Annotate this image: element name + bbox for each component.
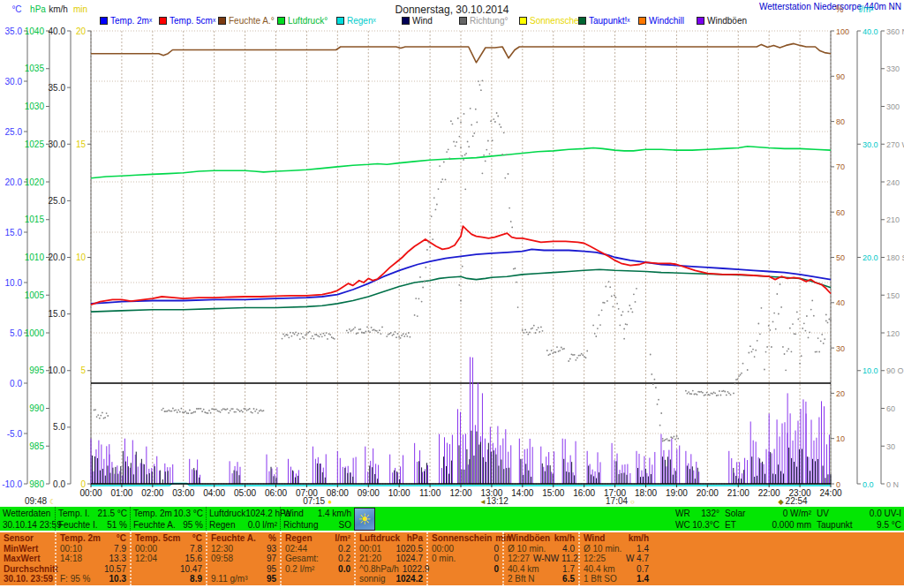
status-label: Taupunkt <box>817 519 853 531</box>
legend-swatch-sonnenschein-icon <box>519 17 527 25</box>
stats-col-sonnenschein: Sonnenscheinmin00:0000 min.00 <box>426 532 502 585</box>
series-dot-Richtung <box>539 331 540 333</box>
stats-col-feuchte-a-: Feuchte A.%12:309309:5897959.11 g/m³95 <box>206 532 280 585</box>
series-dot-Richtung <box>672 437 674 439</box>
series-dot-Richtung <box>792 323 794 325</box>
series-dot-Richtung <box>486 149 487 151</box>
stats-col-unit: km/h <box>629 533 649 544</box>
stats-row-label: 30.10. 23:59 <box>4 574 53 584</box>
stats-cell-label: 12:27 <box>508 554 530 564</box>
series-dot-Richtung <box>823 343 825 344</box>
legend-item-temp-5cm[interactable]: Temp. 5cmˣ <box>159 16 215 26</box>
series-dot-Richtung <box>662 438 664 440</box>
series-dot-Richtung <box>200 408 202 410</box>
series-dot-Richtung <box>751 351 753 353</box>
axis-tick-label-pressure-hpa: 980 <box>29 479 44 489</box>
series-dot-Richtung <box>250 411 252 413</box>
series-dot-Richtung <box>475 109 477 110</box>
stats-col-unit: % <box>268 533 276 544</box>
series-dot-Richtung <box>471 124 472 126</box>
axis-tick-label-pressure-hpa: 1025 <box>25 139 45 149</box>
series-dot-Richtung <box>214 409 215 411</box>
series-dot-Richtung <box>531 328 533 329</box>
legend-item-sonnenschein[interactable]: Sonnenschein <box>519 16 585 26</box>
status-cell-3: Luftdruck1024.2 hPaRegen0.0 l/m² <box>206 507 280 531</box>
legend-item-wind[interactable]: Wind <box>402 16 433 26</box>
series-dot-Richtung <box>316 334 318 335</box>
series-dot-Richtung <box>443 162 445 163</box>
series-dot-Richtung <box>227 408 229 410</box>
legend-item-regen[interactable]: Regenˣ <box>336 16 376 26</box>
axis-tick-label-humidity-pct: 80 <box>836 117 845 126</box>
series-dot-Richtung <box>220 411 222 413</box>
status-label: Wind <box>283 508 304 519</box>
series-dot-Richtung <box>687 393 689 395</box>
series-dot-Richtung <box>659 425 661 426</box>
series-dot-Richtung <box>237 410 239 411</box>
series-dot-Richtung <box>304 337 305 339</box>
stats-cell-value: 95 <box>267 574 276 584</box>
series-dot-Richtung <box>390 332 392 334</box>
stats-col-unit: °C <box>117 533 126 544</box>
series-dot-Richtung <box>189 410 191 411</box>
series-dot-Richtung <box>419 276 421 278</box>
series-dot-Richtung <box>472 135 474 137</box>
series-dot-Richtung <box>630 308 632 310</box>
series-dot-Richtung <box>633 293 635 295</box>
series-dot-Richtung <box>354 327 356 328</box>
series-dot-Richtung <box>458 284 460 286</box>
stats-cell-value: 6.5 <box>562 574 575 584</box>
stats-cell-label: 00:01 <box>359 544 381 554</box>
series-dot-Richtung <box>460 300 462 302</box>
stats-cell-label: 21:20 <box>359 554 381 564</box>
series-dot-Richtung <box>380 333 382 335</box>
series-dot-Richtung <box>578 355 580 357</box>
legend-item-luftdruck[interactable]: Luftdruck° <box>277 16 328 26</box>
series-dot-Richtung <box>540 327 542 328</box>
series-dot-Richtung <box>713 392 715 394</box>
legend-item-taupunkt[interactable]: Taupunkt!ˣ <box>578 16 630 26</box>
series-dot-Richtung <box>356 333 358 335</box>
series-dot-Richtung <box>174 410 176 411</box>
series-dot-Richtung <box>558 351 560 352</box>
series-dot-Richtung <box>418 298 420 299</box>
series-dot-Richtung <box>563 348 565 350</box>
series-dot-Richtung <box>439 165 441 167</box>
legend-item-windchill[interactable]: Windchill <box>638 16 684 26</box>
series-dot-Richtung <box>717 395 719 396</box>
axis-tick-label-direction-deg: 30 <box>886 442 895 451</box>
status-label: Solar <box>725 508 745 519</box>
axis-tick-label-humidity-pct: 90 <box>836 72 845 81</box>
series-dot-Richtung <box>282 338 283 340</box>
series-dot-Richtung <box>533 325 535 327</box>
series-dot-Richtung <box>806 315 808 317</box>
series-dot-Richtung <box>371 327 373 328</box>
series-dot-Richtung <box>761 307 763 309</box>
series-dot-Richtung <box>778 313 780 315</box>
legend-item-windboeen[interactable]: Windböen <box>697 16 747 26</box>
series-dot-Richtung <box>660 412 662 414</box>
legend-item-richtung[interactable]: Richtung° <box>459 16 508 26</box>
legend-item-feuchte-a[interactable]: Feuchte A.° <box>218 16 275 26</box>
series-dot-Richtung <box>476 122 478 124</box>
stats-cell-label: 1 Bft SO <box>584 574 617 584</box>
axis-tick-label-pressure-hpa: 985 <box>29 441 44 451</box>
series-dot-Richtung <box>99 418 101 419</box>
series-dot-Richtung <box>716 395 718 396</box>
series-dot-Richtung <box>747 369 749 371</box>
series-dot-Richtung <box>808 337 810 339</box>
stats-cell-label: 12:04 <box>135 554 157 564</box>
legend-item-temp-2m[interactable]: Temp. 2mˣ <box>100 16 152 26</box>
series-dot-Richtung <box>170 411 171 412</box>
stats-col-temp-2m: Temp. 2m°C00:107.914:1813.310.57F: 95 %1… <box>55 532 130 585</box>
series-dot-Richtung <box>584 356 585 358</box>
stats-cell-label: 00:00 <box>135 544 157 554</box>
series-dot-Richtung <box>667 438 668 440</box>
stats-cell-value: 0 <box>493 564 499 575</box>
series-dot-Richtung <box>309 331 311 333</box>
stats-cell-value: 13.3 <box>109 554 126 564</box>
series-dot-Richtung <box>748 352 750 354</box>
series-dot-Richtung <box>576 357 578 358</box>
axis-header-direction-deg: ° <box>889 4 893 14</box>
stats-col-wind: Windkm/hØ 10 min.1.412:25W 4.740.4 km0.7… <box>578 532 652 585</box>
